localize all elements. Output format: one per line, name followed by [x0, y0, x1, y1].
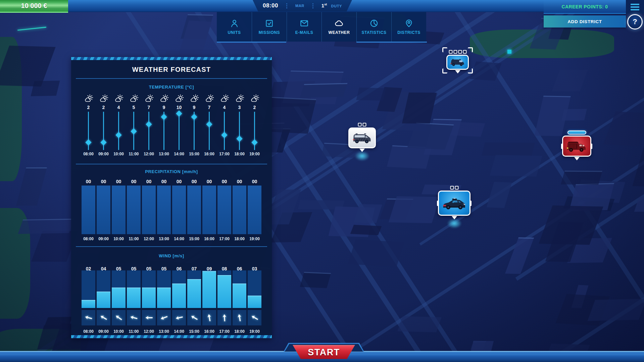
map-building: [356, 88, 386, 101]
marker-side-tab: [437, 201, 439, 206]
tab-statistics[interactable]: STATISTICS: [356, 12, 391, 42]
time-label: 17:00: [217, 151, 231, 157]
time-label: 11:00: [127, 151, 141, 157]
time-label: 08:00: [82, 151, 95, 157]
temperature-marker: [146, 121, 152, 127]
user-icon: [230, 19, 239, 28]
map-building: [561, 171, 602, 185]
precipitation-value: 00: [248, 178, 261, 185]
police-van-marker[interactable]: [440, 45, 476, 80]
sun-behind-cloud-icon: [187, 94, 201, 104]
time-label: 17:00: [217, 329, 231, 334]
map-building: [300, 83, 347, 98]
temperature-line: [239, 112, 240, 150]
fire-truck-marker[interactable]: [555, 125, 598, 167]
time-label: 11:00: [127, 236, 141, 242]
tab-units[interactable]: UNITS: [217, 12, 252, 42]
game-screen: 10 000 € 08:00 MAR 1st DUTY CAREER POINT…: [0, 0, 644, 362]
police-car-marker[interactable]: [431, 180, 477, 226]
time-label: 19:00: [248, 236, 261, 242]
wind-bar: [233, 270, 246, 308]
temperature-column: [172, 112, 186, 150]
temperature-values-row: 2245791097432: [82, 104, 261, 110]
time-panel: 08:00 MAR 1st DUTY: [253, 0, 352, 11]
checkbox-icon: [265, 19, 274, 28]
envelope-icon: [300, 19, 309, 28]
map-building: [588, 299, 644, 321]
unit-slot: [453, 50, 457, 54]
wind-bar-fill: [142, 288, 156, 308]
map-building: [397, 316, 442, 332]
precipitation-value: 00: [127, 178, 141, 185]
precipitation-value: 00: [202, 178, 216, 185]
wind-chart: [82, 270, 261, 308]
unit-slot: [358, 123, 362, 126]
wind-bar-fill: [157, 288, 171, 308]
help-button[interactable]: ?: [627, 14, 643, 30]
start-button[interactable]: START: [293, 345, 355, 359]
marker-side-tab: [470, 201, 472, 206]
selection-bracket: [468, 47, 473, 52]
precipitation-bar: [202, 186, 216, 234]
month-label: MAR: [295, 4, 304, 8]
map-building: [487, 182, 512, 208]
time-label: 18:00: [233, 151, 246, 157]
time-label: 13:00: [157, 236, 171, 242]
unit-slot-row: [358, 123, 366, 126]
wind-arrow-icon: [142, 310, 156, 325]
time-label: 18:00: [233, 236, 246, 242]
tab-districts[interactable]: DISTRICTS: [391, 12, 426, 42]
fire-truck-icon: [562, 136, 591, 157]
wind-bar: [142, 270, 156, 308]
time-label: 17:00: [217, 236, 231, 242]
wind-bar-fill: [82, 300, 95, 308]
temperature-column: [187, 112, 201, 150]
career-points: CAREER POINTS: 0: [544, 0, 626, 14]
wind-arrow-icon: [112, 310, 126, 325]
sun-behind-cloud-icon: [217, 94, 231, 104]
map-building: [348, 240, 404, 267]
sun-behind-cloud-icon: [248, 94, 261, 104]
temperature-column: [82, 112, 95, 150]
wind-bar: [217, 270, 231, 308]
tab-weather[interactable]: WEATHER: [321, 12, 356, 42]
section-divider: [76, 164, 267, 164]
tab-label: MISSIONS: [259, 30, 280, 35]
temperature-line: [148, 112, 149, 150]
sun-behind-cloud-icon: [202, 94, 216, 104]
wind-direction-row: [82, 310, 261, 325]
map-building: [31, 81, 60, 96]
unit-slot-row: [449, 50, 466, 54]
temperature-line: [118, 112, 119, 150]
cloud-icon: [335, 19, 344, 28]
temperature-line: [209, 112, 210, 150]
wind-bar: [248, 270, 261, 308]
hamburger-icon[interactable]: [631, 4, 639, 12]
wind-bar-fill: [187, 279, 201, 308]
wind-bar-fill: [112, 288, 126, 308]
tab-e-mails[interactable]: E-MAILS: [287, 12, 321, 42]
wind-arrow-icon: [157, 310, 171, 325]
precipitation-value: 00: [217, 178, 231, 185]
tab-underline: [217, 42, 286, 43]
wind-bar: [157, 270, 171, 308]
temperature-column: [202, 112, 216, 150]
add-district-button[interactable]: ADD DISTRICT: [544, 15, 626, 28]
sun-behind-cloud-icon: [172, 94, 186, 104]
marker-glow: [447, 218, 462, 228]
temperature-value: 3: [233, 104, 246, 110]
precipitation-bar: [82, 186, 95, 234]
wind-arrow-icon: [127, 310, 141, 325]
menu-zone: [626, 0, 644, 14]
tab-missions[interactable]: MISSIONS: [252, 12, 287, 42]
temperature-value: 4: [112, 104, 126, 110]
map-building: [603, 111, 644, 146]
ambulance-marker[interactable]: [342, 117, 383, 158]
wind-bar: [172, 270, 186, 308]
tab-label: WEATHER: [329, 30, 350, 35]
unit-slot: [455, 186, 458, 190]
precipitation-value: 00: [157, 178, 171, 185]
separator-dots-icon: [286, 3, 287, 8]
map-building: [0, 46, 56, 87]
temperature-marker: [176, 110, 182, 116]
